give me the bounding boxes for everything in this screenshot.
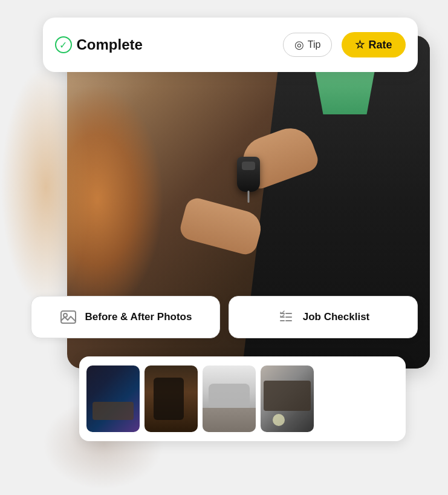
check-mark: ✓	[59, 39, 67, 51]
photo-thumb-4[interactable]	[261, 366, 314, 432]
checklist-button[interactable]: Job Checklist	[229, 296, 418, 338]
photo-thumb-2[interactable]	[144, 366, 198, 432]
rate-button[interactable]: ☆ Rate	[342, 32, 405, 57]
complete-badge: ✓ Complete	[55, 36, 143, 53]
complete-label: Complete	[77, 36, 143, 53]
photos-button[interactable]: Before & After Photos	[31, 296, 220, 338]
checklist-icon	[276, 307, 296, 327]
status-bar: ✓ Complete ◎ Tip ☆ Rate	[43, 18, 418, 72]
bottom-actions: Before & After Photos Job Checklist	[31, 296, 418, 338]
photos-strip	[79, 356, 406, 441]
rate-label: Rate	[368, 39, 392, 51]
photo-thumb-1[interactable]	[86, 366, 140, 432]
tip-icon: ◎	[294, 38, 304, 51]
photos-label: Before & After Photos	[85, 311, 192, 323]
check-circle-icon: ✓	[55, 36, 72, 53]
rate-star-icon: ☆	[355, 38, 365, 51]
hands-scene	[170, 126, 327, 260]
app-scene: ✓ Complete ◎ Tip ☆ Rate	[19, 18, 430, 477]
tip-label: Tip	[308, 39, 321, 50]
svg-point-1	[63, 313, 67, 317]
tip-button[interactable]: ◎ Tip	[283, 33, 333, 57]
car-key-fob	[237, 157, 260, 192]
receiving-hand	[178, 195, 265, 257]
photo-thumb-3[interactable]	[203, 366, 256, 432]
checklist-label: Job Checklist	[303, 311, 370, 323]
photos-icon	[59, 307, 78, 327]
svg-rect-0	[61, 311, 76, 323]
decorative-blob-left	[1, 66, 91, 308]
